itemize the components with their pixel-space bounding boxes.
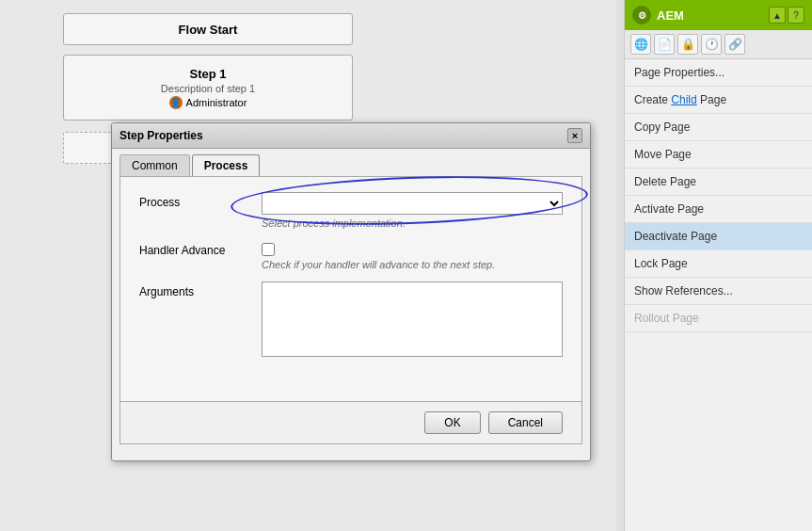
menu-rollout-page: Rollout Page <box>625 305 812 332</box>
sidebar-title: AEM <box>657 8 684 23</box>
flow-start-box[interactable]: Flow Start <box>63 13 353 45</box>
arguments-textarea[interactable] <box>262 282 563 357</box>
toolbar-clock-icon[interactable]: 🕐 <box>701 34 722 55</box>
step1-box[interactable]: Step 1 Description of step 1 👤 Administr… <box>63 55 353 121</box>
handler-label: Handler Advance <box>139 240 262 257</box>
step1-description: Description of step 1 <box>161 83 255 94</box>
menu-move-page[interactable]: Move Page <box>625 141 812 169</box>
step-properties-dialog: Step Properties × Common Process Process <box>111 122 591 461</box>
handler-checkbox[interactable] <box>262 243 275 256</box>
menu-show-references[interactable]: Show References... <box>625 278 812 305</box>
step1-title: Step 1 <box>189 67 226 81</box>
process-label: Process <box>139 192 262 209</box>
tab-common-label: Common <box>132 159 178 172</box>
menu-lock-page[interactable]: Lock Page <box>625 250 812 278</box>
toolbar-page-icon[interactable]: 🌐 <box>630 34 651 55</box>
sidebar-toolbar: 🌐 📄 🔒 🕐 🔗 <box>625 30 812 59</box>
menu-deactivate-page[interactable]: Deactivate Page <box>625 223 812 250</box>
step1-username: Administrator <box>186 97 247 108</box>
dialog-buttons: OK Cancel <box>119 402 582 444</box>
menu-create-child[interactable]: Create Child Page <box>625 87 812 114</box>
dialog-tabs: Common Process <box>112 149 590 176</box>
sidebar-header-left: ⚙ AEM <box>632 6 684 24</box>
flow-start-label: Flow Start <box>179 23 238 37</box>
arguments-control-wrap <box>262 282 563 357</box>
dialog-titlebar: Step Properties × <box>112 123 590 149</box>
right-sidebar: ⚙ AEM ▲ ? 🌐 📄 🔒 🕐 🔗 Page Properties... C… <box>624 0 812 531</box>
dialog-title: Step Properties <box>119 129 203 142</box>
step1-user-row: 👤 Administrator <box>169 96 247 109</box>
menu-page-properties[interactable]: Page Properties... <box>625 59 812 87</box>
ok-button[interactable]: OK <box>424 411 480 434</box>
tab-process-label: Process <box>204 159 248 172</box>
process-row: Process Select process implementation. <box>139 192 563 229</box>
cancel-button[interactable]: Cancel <box>488 411 563 434</box>
tab-process[interactable]: Process <box>192 154 261 176</box>
process-control-wrap: Select process implementation. <box>262 192 563 229</box>
minimize-button[interactable]: ▲ <box>769 7 786 24</box>
arguments-row: Arguments <box>139 282 563 357</box>
handler-row: Handler Advance Check if your handler wi… <box>139 240 563 270</box>
menu-activate-page[interactable]: Activate Page <box>625 196 812 223</box>
menu-copy-page[interactable]: Copy Page <box>625 114 812 141</box>
toolbar-lock-icon[interactable]: 🔒 <box>677 34 698 55</box>
tab-common[interactable]: Common <box>119 154 190 176</box>
sidebar-menu: Page Properties... Create Child Page Cop… <box>625 59 812 531</box>
user-icon: 👤 <box>169 96 183 109</box>
sidebar-header: ⚙ AEM ▲ ? <box>625 0 812 30</box>
dialog-close-button[interactable]: × <box>567 128 582 143</box>
handler-hint: Check if your handler will advance to th… <box>262 259 563 270</box>
dialog-body: Process Select process implementation. H… <box>119 176 582 402</box>
sidebar-header-right: ▲ ? <box>769 7 804 24</box>
menu-delete-page[interactable]: Delete Page <box>625 169 812 196</box>
toolbar-flow-icon[interactable]: 🔗 <box>724 34 745 55</box>
arguments-label: Arguments <box>139 282 262 298</box>
workflow-area: Flow Start Step 1 Description of step 1 … <box>0 0 616 531</box>
toolbar-gear-icon[interactable]: 📄 <box>654 34 675 55</box>
aem-icon: ⚙ <box>632 6 651 24</box>
handler-control-wrap: Check if your handler will advance to th… <box>262 240 563 270</box>
process-select[interactable] <box>262 192 563 215</box>
maximize-button[interactable]: ? <box>788 7 804 24</box>
process-hint: Select process implementation. <box>262 217 563 229</box>
